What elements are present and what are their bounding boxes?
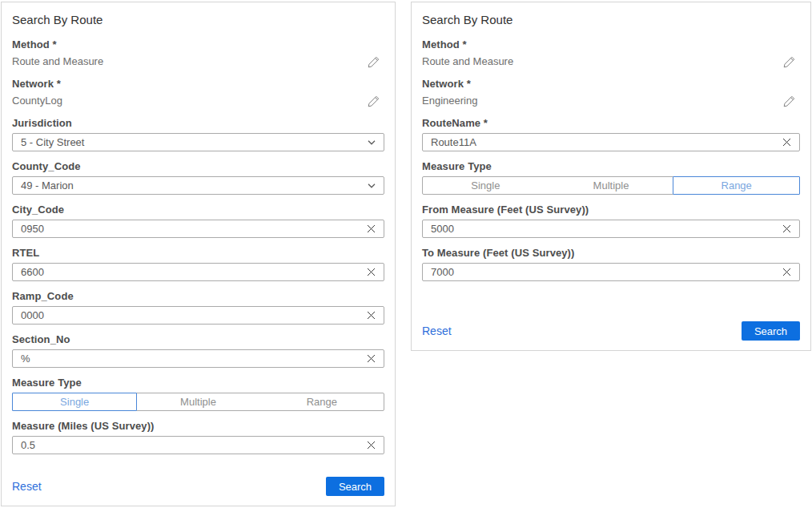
clear-icon[interactable] [778, 224, 791, 233]
input-value: 0950 [21, 223, 362, 235]
field-label: RTEL [12, 246, 384, 260]
panel-title: Search By Route [422, 13, 800, 27]
clear-icon[interactable] [362, 441, 376, 450]
panel-footer: Reset Search [12, 477, 384, 496]
input-section-no[interactable]: % [12, 349, 384, 368]
reset-link[interactable]: Reset [12, 477, 42, 496]
field-label: RouteName * [422, 116, 800, 130]
segmented-measure-type: SingleMultipleRange [12, 393, 384, 411]
field-measure-miles-us-survey: Measure (Miles (US Survey))0.5 [12, 419, 384, 454]
clear-icon[interactable] [362, 354, 376, 363]
input-value: 6600 [21, 266, 362, 278]
field-county-code: County_Code49 - Marion [12, 159, 384, 195]
static-value-row: Route and Measure [12, 54, 384, 69]
field-value: Engineering [422, 94, 477, 108]
field-label: Measure Type [12, 376, 384, 389]
search-button[interactable]: Search [742, 321, 800, 341]
field-label: Jurisdiction [12, 116, 384, 130]
chevron-down-icon [368, 183, 376, 188]
page: Search By Route Method *Route and Measur… [0, 0, 812, 508]
fields-container: Method *Route and MeasureNetwork *County… [12, 38, 384, 462]
segment-range[interactable]: Range [673, 176, 800, 195]
input-to-measure-feet-us-survey[interactable]: 7000 [422, 263, 800, 281]
pencil-edit-icon[interactable] [368, 56, 380, 68]
input-value: 0000 [21, 309, 362, 321]
segment-single[interactable]: Single [423, 177, 549, 194]
input-value: % [21, 353, 362, 365]
clear-icon[interactable] [362, 268, 376, 276]
field-city-code: City_Code0950 [12, 203, 384, 238]
field-method: Method *Route and Measure [422, 38, 800, 69]
field-label: To Measure (Feet (US Survey)) [422, 246, 800, 260]
field-label: Measure Type [422, 159, 800, 173]
search-by-route-panel-left: Search By Route Method *Route and Measur… [1, 2, 396, 506]
field-rtel: RTEL6600 [12, 246, 384, 281]
panel-footer: Reset Search [422, 321, 800, 341]
field-method: Method *Route and Measure [12, 38, 384, 69]
input-routename[interactable]: Route11A [422, 133, 800, 151]
input-from-measure-feet-us-survey[interactable]: 5000 [422, 220, 800, 238]
chevron-down-icon [368, 140, 376, 145]
field-section-no: Section_No% [12, 333, 384, 368]
field-label: Method * [422, 38, 800, 51]
input-ramp-code[interactable]: 0000 [12, 306, 384, 325]
panel-title: Search By Route [12, 13, 384, 27]
pencil-edit-icon[interactable] [783, 95, 795, 107]
fields-container: Method *Route and MeasureNetwork *Engine… [422, 38, 800, 289]
input-rtel[interactable]: 6600 [12, 263, 384, 281]
field-routename: RouteName *Route11A [422, 116, 800, 151]
field-from-measure-feet-us-survey: From Measure (Feet (US Survey))5000 [422, 203, 800, 238]
field-label: Section_No [12, 333, 384, 346]
search-by-route-panel-right: Search By Route Method *Route and Measur… [411, 2, 811, 351]
static-value-row: CountyLog [12, 94, 384, 108]
field-label: City_Code [12, 203, 384, 216]
input-value: Route11A [431, 136, 778, 148]
field-label: County_Code [12, 159, 384, 173]
select-value: 49 - Marion [21, 179, 368, 192]
input-measure-miles-us-survey[interactable]: 0.5 [12, 436, 384, 454]
field-label: Ramp_Code [12, 289, 384, 303]
select-jurisdiction[interactable]: 5 - City Street [12, 133, 384, 151]
input-value: 7000 [431, 266, 778, 278]
clear-icon[interactable] [362, 311, 376, 320]
field-measure-type: Measure TypeSingleMultipleRange [422, 159, 800, 195]
field-label: Network * [12, 77, 384, 91]
field-jurisdiction: Jurisdiction5 - City Street [12, 116, 384, 151]
select-county-code[interactable]: 49 - Marion [12, 176, 384, 195]
field-value: CountyLog [12, 94, 62, 108]
clear-icon[interactable] [778, 268, 791, 276]
reset-link[interactable]: Reset [422, 321, 452, 341]
static-value-row: Engineering [422, 94, 800, 108]
input-value: 5000 [431, 223, 778, 235]
field-to-measure-feet-us-survey: To Measure (Feet (US Survey))7000 [422, 246, 800, 281]
clear-icon[interactable] [778, 138, 791, 147]
select-value: 5 - City Street [21, 136, 368, 148]
search-button[interactable]: Search [326, 477, 384, 496]
field-network: Network *Engineering [422, 77, 800, 108]
pencil-edit-icon[interactable] [368, 95, 380, 107]
segment-multiple[interactable]: Multiple [549, 177, 674, 194]
static-value-row: Route and Measure [422, 54, 800, 69]
field-value: Route and Measure [12, 54, 103, 69]
segment-range[interactable]: Range [260, 393, 384, 410]
field-label: From Measure (Feet (US Survey)) [422, 203, 800, 216]
field-label: Network * [422, 77, 800, 91]
segment-multiple[interactable]: Multiple [136, 393, 259, 410]
input-city-code[interactable]: 0950 [12, 220, 384, 238]
pencil-edit-icon[interactable] [783, 56, 795, 68]
segment-single[interactable]: Single [12, 393, 137, 411]
field-label: Method * [12, 38, 384, 51]
field-label: Measure (Miles (US Survey)) [12, 419, 384, 433]
field-network: Network *CountyLog [12, 77, 384, 108]
field-value: Route and Measure [422, 54, 513, 69]
field-measure-type: Measure TypeSingleMultipleRange [12, 376, 384, 411]
segmented-measure-type: SingleMultipleRange [422, 176, 800, 195]
field-ramp-code: Ramp_Code0000 [12, 289, 384, 325]
input-value: 0.5 [21, 439, 362, 451]
clear-icon[interactable] [362, 224, 376, 233]
